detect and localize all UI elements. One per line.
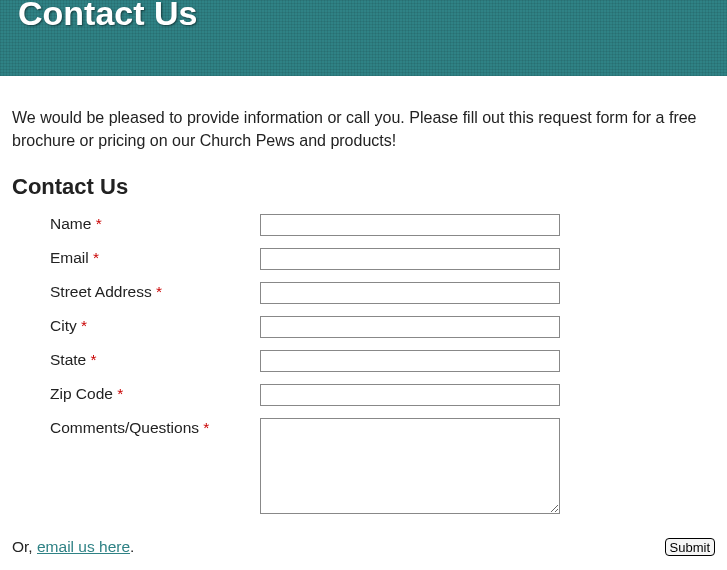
form-heading: Contact Us [12,174,715,200]
label-comments: Comments/Questions * [50,418,260,437]
zip-input[interactable] [260,384,560,406]
street-input[interactable] [260,282,560,304]
label-street-text: Street Address [50,283,152,300]
required-mark: * [81,317,87,334]
or-suffix: . [130,538,134,555]
content-area: We would be pleased to provide informati… [0,76,727,570]
required-mark: * [91,351,97,368]
state-input[interactable] [260,350,560,372]
required-mark: * [96,215,102,232]
label-zip: Zip Code * [50,384,260,403]
required-mark: * [156,283,162,300]
label-state: State * [50,350,260,369]
label-comments-text: Comments/Questions [50,419,199,436]
page-banner: Contact Us [0,0,727,76]
email-input[interactable] [260,248,560,270]
field-row-street: Street Address * [50,282,715,304]
field-row-email: Email * [50,248,715,270]
field-row-comments: Comments/Questions * [50,418,715,514]
required-mark: * [203,419,209,436]
label-state-text: State [50,351,86,368]
email-us-link[interactable]: email us here [37,538,130,555]
required-mark: * [93,249,99,266]
field-row-zip: Zip Code * [50,384,715,406]
page-title: Contact Us [18,0,709,30]
label-email-text: Email [50,249,89,266]
field-row-state: State * [50,350,715,372]
label-city: City * [50,316,260,335]
name-input[interactable] [260,214,560,236]
submit-button[interactable]: Submit [665,538,715,556]
label-name: Name * [50,214,260,233]
label-name-text: Name [50,215,91,232]
label-street: Street Address * [50,282,260,301]
intro-text: We would be pleased to provide informati… [12,106,715,152]
comments-textarea[interactable] [260,418,560,514]
alt-contact: Or, email us here. [12,538,134,556]
label-zip-text: Zip Code [50,385,113,402]
or-prefix: Or, [12,538,37,555]
field-row-name: Name * [50,214,715,236]
label-city-text: City [50,317,77,334]
field-row-city: City * [50,316,715,338]
required-mark: * [117,385,123,402]
city-input[interactable] [260,316,560,338]
contact-form: Name * Email * Street Address * City * [12,214,715,514]
form-footer: Or, email us here. Submit [12,538,715,556]
label-email: Email * [50,248,260,267]
